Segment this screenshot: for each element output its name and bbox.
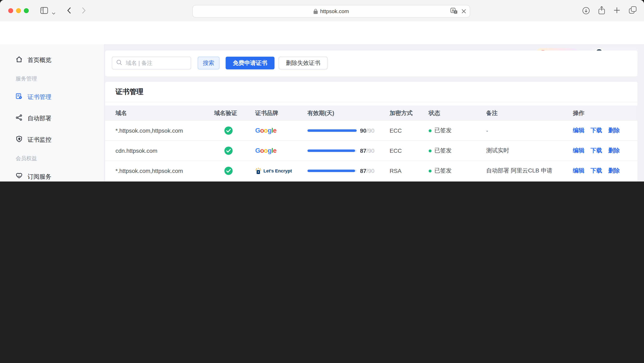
status-dot: [429, 149, 432, 152]
table-row: cdn.httpsok.comGoogle87/90ECC已签发测试实时编辑下载…: [105, 141, 638, 161]
table-header-row: 域名域名验证证书品牌有效期(天)加密方式状态备注操作: [105, 105, 638, 121]
verified-check-icon: [224, 167, 232, 175]
column-header: 域名验证: [214, 109, 255, 117]
tab-overview-icon[interactable]: [629, 6, 636, 15]
sidebar-item-cert-management[interactable]: 证书管理: [0, 89, 104, 105]
status-cell: 已签发: [429, 127, 486, 134]
domain-verified-cell: [214, 147, 255, 155]
download-link[interactable]: 下载: [590, 127, 602, 133]
downloads-icon[interactable]: [582, 7, 590, 16]
apply-cert-button[interactable]: 免费申请证书: [226, 57, 274, 69]
column-header: 证书品牌: [255, 109, 308, 117]
forward-button[interactable]: [82, 7, 86, 15]
column-header: 备注: [486, 109, 573, 117]
edit-link[interactable]: 编辑: [573, 127, 584, 133]
sidebar-section-services: 服务管理: [0, 73, 104, 85]
brand-cell: Let's Encrypt: [255, 167, 308, 174]
domain-verified-cell: [214, 167, 255, 175]
download-link[interactable]: 下载: [590, 147, 602, 154]
app-header: SSL httpsok 帮助文档 联系客服 推荐有奖 Alex小新: [0, 21, 644, 45]
status-dot: [429, 129, 432, 132]
google-logo: Google: [255, 127, 276, 134]
domain-cell: *.httpsok.com,httpsok.com: [116, 127, 214, 134]
chevron-down-icon[interactable]: [52, 9, 56, 16]
brand-cell: Google: [255, 147, 308, 154]
table-title: 证书管理: [116, 87, 144, 96]
certificate-icon: [16, 93, 22, 101]
url-text: httpsok.com: [320, 8, 349, 14]
table-row: cdn5.httpsok.comGoogle80/90ECC已签发CDN编辑下载…: [105, 181, 638, 181]
validity-cell: 90/90: [308, 127, 390, 134]
back-button[interactable]: [67, 7, 71, 15]
sidebar-toggle-icon[interactable]: [40, 7, 48, 15]
search-input[interactable]: [125, 59, 186, 66]
edit-link[interactable]: 编辑: [573, 167, 584, 174]
status-cell: 已签发: [429, 167, 486, 175]
table-body: *.httpsok.com,httpsok.comGoogle90/90ECC已…: [105, 121, 638, 181]
verified-check-icon: [224, 147, 232, 155]
svg-text:文: 文: [454, 11, 457, 13]
shield-monitor-icon: [16, 135, 22, 144]
search-button[interactable]: 搜索: [198, 57, 220, 69]
share-icon[interactable]: [598, 6, 605, 16]
lock-icon: [314, 9, 318, 14]
subscribe-icon: [16, 172, 22, 181]
actions-cell: 编辑下载删除: [573, 147, 627, 154]
deploy-icon: [16, 114, 22, 122]
url-bar[interactable]: httpsok.com A文: [192, 5, 470, 18]
validity-cell: 87/90: [308, 147, 390, 154]
home-icon: [16, 56, 22, 64]
divider: [105, 102, 638, 102]
cert-table-card: 证书管理 域名域名验证证书品牌有效期(天)加密方式状态备注操作 *.httpso…: [105, 82, 638, 181]
sidebar-section-membership: 会员权益: [0, 153, 104, 164]
safari-window: httpsok.com A文: [0, 0, 644, 181]
domain-cell: *.httpsok.com,httpsok.com: [116, 168, 214, 174]
verified-check-icon: [224, 126, 232, 135]
delete-link[interactable]: 删除: [608, 147, 620, 154]
validity-days: 87/90: [360, 147, 374, 154]
remark-cell: -: [486, 127, 573, 134]
remark-cell: 测试实时: [486, 147, 573, 154]
status-label: 已签发: [434, 147, 452, 154]
brand-cell: Google: [255, 127, 308, 134]
google-logo: Google: [255, 147, 276, 154]
status-label: 已签发: [434, 167, 452, 175]
svg-text:A: A: [452, 9, 454, 12]
edit-link[interactable]: 编辑: [573, 147, 584, 154]
column-header: 状态: [429, 109, 486, 117]
sidebar-item-home[interactable]: 首页概览: [0, 52, 104, 68]
browser-chrome: httpsok.com A文: [0, 0, 644, 22]
status-label: 已签发: [434, 127, 452, 134]
delete-link[interactable]: 删除: [608, 167, 620, 174]
zoom-window-button[interactable]: [24, 8, 29, 13]
column-header: 加密方式: [390, 109, 429, 117]
status-dot: [429, 169, 432, 172]
actions-cell: 编辑下载删除: [573, 127, 627, 134]
search-field[interactable]: [112, 57, 191, 69]
validity-progress-bar: [308, 149, 357, 152]
sidebar: 首页概览 服务管理 证书管理 自动部署 证书监控 会员权益 订阅服务: [0, 44, 104, 181]
search-icon: [116, 59, 122, 67]
validity-days: 90/90: [360, 127, 374, 134]
delete-link[interactable]: 删除: [608, 127, 620, 133]
validity-progress-bar: [308, 129, 357, 132]
encryption-cell: ECC: [390, 147, 429, 154]
close-window-button[interactable]: [8, 8, 13, 13]
sidebar-item-cert-monitor[interactable]: 证书监控: [0, 131, 104, 148]
column-header: 有效期(天): [308, 109, 390, 117]
encryption-cell: ECC: [390, 127, 429, 134]
new-tab-icon[interactable]: [614, 7, 620, 15]
stop-loading-icon[interactable]: [462, 8, 466, 14]
minimize-window-button[interactable]: [16, 8, 21, 13]
translate-icon[interactable]: A文: [450, 8, 458, 15]
column-header: 域名: [116, 109, 214, 117]
sidebar-item-auto-deploy[interactable]: 自动部署: [0, 110, 104, 126]
remark-cell: 自动部署 阿里云CLB 申请: [486, 167, 573, 175]
validity-days: 87/90: [360, 168, 374, 174]
download-link[interactable]: 下载: [590, 167, 602, 174]
domain-cell: cdn.httpsok.com: [116, 147, 214, 154]
encryption-cell: RSA: [390, 168, 429, 174]
table-row: *.httpsok.com,httpsok.comLet's Encrypt87…: [105, 161, 638, 181]
sidebar-item-subscription[interactable]: 订阅服务: [0, 168, 104, 181]
delete-expired-button[interactable]: 删除失效证书: [279, 57, 328, 69]
